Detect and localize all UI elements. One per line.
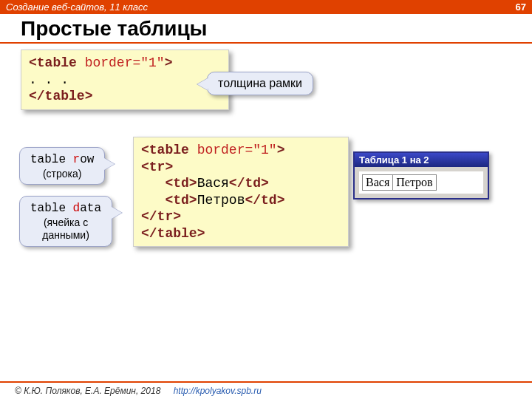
callout-table-row: table row (строка)	[19, 147, 105, 185]
table-cell: Петров	[393, 175, 436, 191]
window-body: Вася Петров	[359, 171, 483, 194]
callout-table-data: table data (ячейка с данными)	[19, 196, 112, 247]
title-rule	[0, 42, 532, 44]
header-bar: Создание веб-сайтов, 11 класс 67	[0, 0, 532, 14]
page-title: Простые таблицы	[0, 14, 532, 41]
callout-border-width: толщина рамки	[207, 72, 313, 95]
course-label: Создание веб-сайтов, 11 класс	[6, 1, 148, 13]
rendered-table: Вася Петров	[362, 174, 437, 191]
table-row: Вася Петров	[363, 175, 437, 191]
table-cell: Вася	[363, 175, 393, 191]
browser-window-mock: Таблица 1 на 2 Вася Петров	[353, 151, 489, 200]
window-title: Таблица 1 на 2	[355, 153, 488, 167]
footer: © К.Ю. Поляков, Е.А. Ерёмин, 2018 http:/…	[0, 381, 532, 399]
footer-url: http://kpolyakov.spb.ru	[174, 386, 262, 396]
code-block-full: <table border="1"> <tr> <td>Вася</td> <t…	[133, 137, 349, 247]
page-number: 67	[516, 1, 526, 13]
copyright: © К.Ю. Поляков, Е.А. Ерёмин, 2018	[15, 386, 160, 396]
